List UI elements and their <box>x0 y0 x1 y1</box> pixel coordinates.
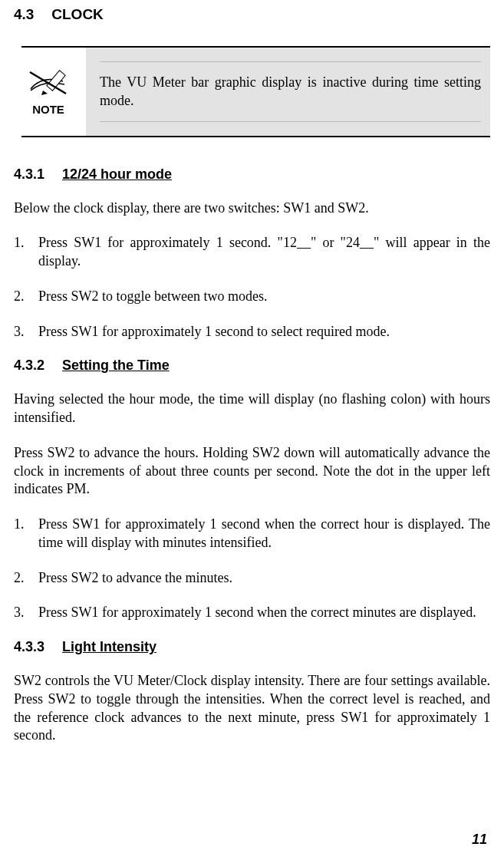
list-content: Press SW1 for approximately 1 second. "1… <box>38 234 490 271</box>
list-item: 1. Press SW1 for approximately 1 second … <box>14 516 490 552</box>
subsection-number: 4.3.1 <box>14 166 44 183</box>
note-icon-container: NOTE <box>21 48 86 136</box>
list-content: Press SW2 to advance the minutes. <box>38 569 490 588</box>
list-item: 2. Press SW2 to toggle between two modes… <box>14 288 490 306</box>
pencil-note-icon <box>26 68 71 98</box>
list-number: 1. <box>14 234 38 271</box>
paragraph: Press SW2 to advance the hours. Holding … <box>14 444 490 499</box>
subsection-heading-2: 4.3.2 Setting the Time <box>14 358 490 374</box>
note-text: The VU Meter bar graphic display is inac… <box>100 61 481 122</box>
note-box: NOTE The VU Meter bar graphic display is… <box>21 46 490 137</box>
section-heading: 4.3 CLOCK <box>14 6 490 23</box>
subsection-heading-3: 4.3.3 Light Intensity <box>14 639 490 655</box>
subsection-title: Light Intensity <box>62 639 156 654</box>
subsection-number: 4.3.3 <box>14 639 44 655</box>
list-number: 3. <box>14 604 38 622</box>
list-content: Press SW2 to toggle between two modes. <box>38 288 490 306</box>
list-number: 1. <box>14 516 38 552</box>
subsection-title: 12/24 hour mode <box>62 166 172 182</box>
subsection-heading-1: 4.3.1 12/24 hour mode <box>14 166 490 183</box>
section-title: CLOCK <box>51 6 104 22</box>
paragraph: SW2 controls the VU Meter/Clock display … <box>14 672 490 745</box>
list-item: 2. Press SW2 to advance the minutes. <box>14 569 490 588</box>
list-number: 2. <box>14 288 38 306</box>
subsection-number: 4.3.2 <box>14 358 44 374</box>
numbered-list-2: 1. Press SW1 for approximately 1 second … <box>14 516 490 622</box>
list-number: 2. <box>14 569 38 588</box>
subsection-title: Setting the Time <box>62 358 170 373</box>
list-item: 3. Press SW1 for approximately 1 second … <box>14 323 490 341</box>
list-item: 3. Press SW1 for approximately 1 second … <box>14 604 490 622</box>
paragraph: Below the clock display, there are two s… <box>14 199 490 218</box>
list-number: 3. <box>14 323 38 341</box>
section-number: 4.3 <box>14 6 48 23</box>
page-number: 11 <box>472 832 487 848</box>
list-content: Press SW1 for approximately 1 second to … <box>38 323 490 341</box>
note-content: The VU Meter bar graphic display is inac… <box>86 48 490 136</box>
numbered-list-1: 1. Press SW1 for approximately 1 second.… <box>14 234 490 341</box>
svg-marker-1 <box>41 91 48 95</box>
note-label: NOTE <box>32 103 64 116</box>
list-content: Press SW1 for approximately 1 second whe… <box>38 604 490 622</box>
list-content: Press SW1 for approximately 1 second whe… <box>38 516 490 552</box>
list-item: 1. Press SW1 for approximately 1 second.… <box>14 234 490 271</box>
paragraph: Having selected the hour mode, the time … <box>14 390 490 427</box>
